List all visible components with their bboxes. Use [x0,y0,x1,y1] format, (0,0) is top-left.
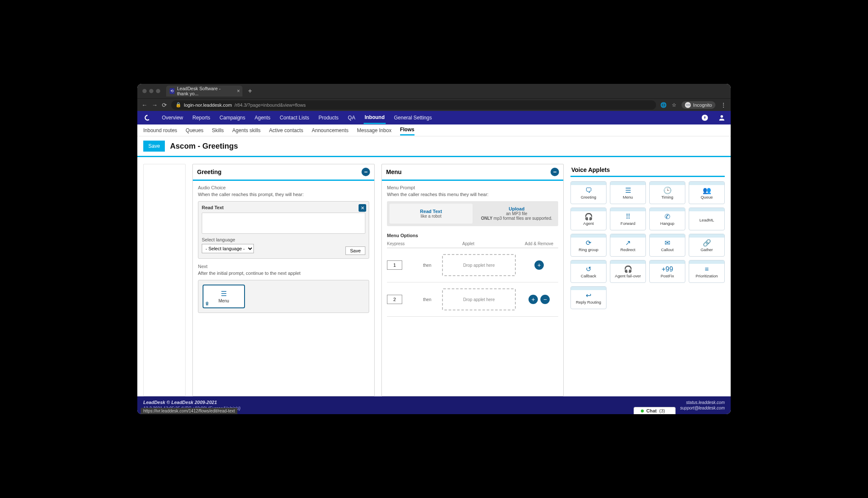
traffic-max-icon[interactable] [156,89,160,93]
col-applet: Applet [417,241,520,246]
nav-item-products[interactable]: Products [317,112,339,123]
applet-label: PostFix [661,274,674,278]
traffic-min-icon[interactable] [149,89,153,93]
then-label: then [417,297,438,302]
upload-icon[interactable] [700,113,709,122]
profile-icon[interactable] [717,113,726,122]
forward-icon[interactable]: → [152,102,158,108]
workspace: Greeting − Audio Choice When the caller … [137,157,731,396]
audio-choice-label: Audio Choice [198,185,369,190]
browser-tab[interactable]: ⟲ LeadDesk Software - thank yo... × [166,86,242,97]
upload-option[interactable]: Upload an MP3 file ONLY mp3 format files… [475,201,558,226]
nav-item-agents[interactable]: Agents [254,112,271,123]
applet-gather[interactable]: 🔗Gather [689,234,725,257]
logo-icon[interactable] [142,112,153,124]
subnav-item-queues[interactable]: Queues [186,126,203,135]
nav-item-inbound[interactable]: Inbound [364,112,385,124]
trash-icon[interactable]: 🗑 [205,301,209,306]
subnav-item-agents-skills[interactable]: Agents skills [232,126,261,135]
nav-item-overview[interactable]: Overview [161,112,184,123]
read-text-input[interactable] [202,213,365,234]
applet-ring-group[interactable]: ⟳Ring group [570,234,606,257]
applet-forward[interactable]: ⠿Forward [610,208,646,230]
add-option-button[interactable]: + [534,260,544,270]
nav-item-reports[interactable]: Reports [192,112,211,123]
chat-widget[interactable]: Chat (3) [634,407,676,414]
subnav-item-announcements[interactable]: Announcements [312,126,349,135]
favicon-icon: ⟲ [170,88,175,94]
url-host: login-nor.leaddesk.com [184,102,232,108]
save-text-button[interactable]: Save [345,246,365,255]
applet-label: Agent [583,221,594,226]
menu-prompt-desc: When the caller reaches this menu they w… [387,192,558,197]
nav-item-qa[interactable]: QA [347,112,356,123]
applet-postfix[interactable]: +99PostFix [649,260,685,283]
applet-queue[interactable]: 👥Queue [689,181,725,204]
read-text-option-sub: like a robot [393,214,469,219]
applet-label: Callback [581,274,596,278]
bookmark-icon[interactable]: ☆ [672,102,676,108]
remove-option-button[interactable]: − [540,295,550,304]
applet-redirect[interactable]: ↗Redirect [610,234,646,257]
nav-item-campaigns[interactable]: Campaigns [219,112,246,123]
collapse-greeting-button[interactable]: − [362,168,370,176]
footer-support-link[interactable]: support@leaddesk.com [680,405,725,411]
menu-panel: Menu − Menu Prompt When the caller reach… [381,164,564,396]
redirect-icon: ↗ [625,240,631,246]
next-applet-menu[interactable]: 🗑 ☰ Menu [203,285,245,308]
language-select[interactable]: - Select language - [202,244,254,253]
nav-item-contact-lists[interactable]: Contact Lists [279,112,310,123]
drop-zone[interactable]: Drop applet here [442,288,516,310]
footer-right: status.leaddesk.com support@leaddesk.com [680,400,725,411]
subnav-item-flows[interactable]: Flows [400,125,415,136]
url-path: /r84.3/?page=inbound&view=flows [234,102,306,108]
drop-zone[interactable]: Drop applet here [442,254,516,276]
back-icon[interactable]: ← [142,102,147,108]
applet-label: Greeting [581,195,596,199]
applet-leadml[interactable]: LeadML [689,208,725,230]
upload-option-sub1: an MP3 file [479,211,555,216]
read-text-option[interactable]: Read Text like a robot [389,204,473,224]
traffic-close-icon[interactable] [142,89,147,93]
keypress-input[interactable] [387,295,402,304]
save-button[interactable]: Save [143,141,165,152]
close-read-text-button[interactable]: ✕ [359,204,366,212]
applet-callback[interactable]: ↺Callback [570,260,606,283]
upload-option-sub2: ONLY mp3 format files are supported. [479,216,555,221]
new-tab-button[interactable]: + [246,87,254,95]
subnav-item-message-inbox[interactable]: Message Inbox [357,126,391,135]
read-text-box: ✕ Read Text Select language - Select lan… [198,201,369,259]
add-option-button[interactable]: + [529,295,538,304]
applet-callout[interactable]: ✉Callout [649,234,685,257]
applet-reply-routing[interactable]: ↩Reply Routing [570,286,606,309]
applet-grid: 🗨Greeting☰Menu🕒Timing👥Queue🎧Agent⠿Forwar… [570,181,725,309]
tab-close-icon[interactable]: × [237,88,240,94]
read-text-label: Read Text [202,205,365,210]
agent-fail-over-icon: 🎧 [624,266,632,273]
collapse-menu-button[interactable]: − [551,168,559,176]
menu-icon: ☰ [221,290,227,298]
flow-title: Ascom - Greetings [170,142,238,151]
subnav-item-skills[interactable]: Skills [212,126,224,135]
applet-menu[interactable]: ☰Menu [610,181,646,204]
menu-header: Menu − [382,164,563,181]
subnav-item-active-contacts[interactable]: Active contacts [269,126,303,135]
reload-icon[interactable]: ⟳ [162,102,167,108]
footer-status-link[interactable]: status.leaddesk.com [680,400,725,405]
nav-item-general-settings[interactable]: General Settings [393,112,433,123]
applet-prioritization[interactable]: ≡Prioritization [689,260,725,283]
applet-agent[interactable]: 🎧Agent [570,208,606,230]
applet-timing[interactable]: 🕒Timing [649,181,685,204]
chat-status-icon [641,409,644,412]
prioritization-icon: ≡ [705,266,709,273]
applet-hangup[interactable]: ✆Hangup [649,208,685,230]
browser-menu-icon[interactable]: ⋮ [721,102,726,108]
applet-agent-fail-over[interactable]: 🎧Agent fail-over [610,260,646,283]
applet-greeting[interactable]: 🗨Greeting [570,181,606,204]
subnav-item-inbound-routes[interactable]: Inbound routes [143,126,177,135]
keypress-input[interactable] [387,260,402,270]
url-input[interactable]: 🔒 login-nor.leaddesk.com/r84.3/?page=inb… [171,100,656,110]
footer: LeadDesk © LeadDesk 2009-2021 12.2.2021 … [137,396,731,414]
menu-options-label: Menu Options [387,233,558,238]
translate-icon[interactable]: 🌐 [660,102,667,108]
